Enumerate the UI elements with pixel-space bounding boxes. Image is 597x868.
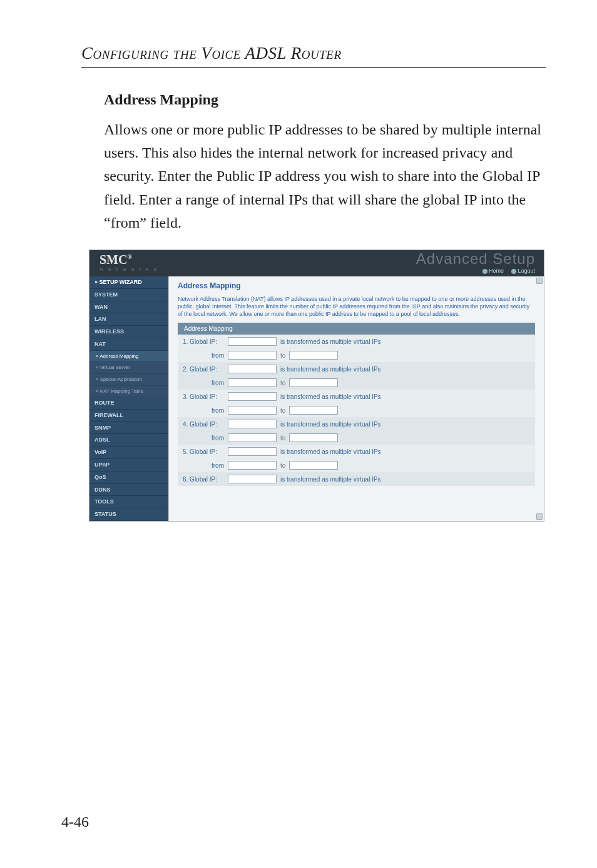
sidebar-item-address-mapping[interactable]: » Address Mapping xyxy=(89,351,168,363)
sidebar-item-lan[interactable]: LAN xyxy=(89,313,168,326)
global-ip-input-2[interactable] xyxy=(228,365,277,373)
sidebar-item-ddns[interactable]: DDNS xyxy=(89,484,168,497)
global-ip-label-3: 3. Global IP: xyxy=(183,393,224,400)
global-ip-input-6[interactable] xyxy=(228,475,277,483)
sidebar-item-route[interactable]: ROUTE xyxy=(89,397,168,410)
to-input-3[interactable] xyxy=(289,406,338,415)
from-label-5: from xyxy=(183,462,224,469)
global-ip-input-1[interactable] xyxy=(228,337,277,346)
to-label-5: to xyxy=(280,462,285,469)
transformed-label-5: is transformed as multiple virtual IPs xyxy=(280,448,381,455)
sidebar-item-status[interactable]: STATUS xyxy=(89,508,168,521)
sidebar-item-upnp[interactable]: UPnP xyxy=(89,459,168,472)
mapping-block-4: 4. Global IP: is transformed as multiple… xyxy=(178,417,535,445)
from-label-1: from xyxy=(183,352,224,359)
sidebar-item-wan[interactable]: WAN xyxy=(89,301,168,314)
chapter-title-text: Configuring the Voice ADSL Router xyxy=(81,44,342,63)
sidebar-item-wireless[interactable]: WIRELESS xyxy=(89,326,168,338)
from-input-1[interactable] xyxy=(228,351,277,360)
from-input-4[interactable] xyxy=(228,433,277,442)
mapping-block-1: 1. Global IP: is transformed as multiple… xyxy=(178,335,535,362)
sidebar-item-qos[interactable]: QoS xyxy=(89,472,168,484)
global-ip-label-5: 5. Global IP: xyxy=(183,448,224,455)
sidebar-item-system[interactable]: SYSTEM xyxy=(89,289,168,301)
sidebar-item-snmp[interactable]: SNMP xyxy=(89,422,168,435)
global-ip-input-5[interactable] xyxy=(228,447,277,456)
sidebar-item-nat-mapping-table[interactable]: » NAT Mapping Table xyxy=(89,386,168,398)
global-ip-input-4[interactable] xyxy=(228,420,277,428)
body-paragraph: Allows one or more public IP addresses t… xyxy=(81,118,546,235)
logout-icon xyxy=(511,269,516,274)
chapter-rule xyxy=(81,67,546,68)
home-link[interactable]: Home xyxy=(489,268,504,274)
global-ip-label-6: 6. Global IP: xyxy=(183,476,224,483)
sidebar-item-virtual-server[interactable]: » Virtual Server xyxy=(89,362,168,374)
sidebar-item-firewall[interactable]: FIREWALL xyxy=(89,410,168,422)
global-ip-input-3[interactable] xyxy=(228,392,277,401)
sidebar-item-voip[interactable]: VoIP xyxy=(89,447,168,459)
mapping-block-2: 2. Global IP: is transformed as multiple… xyxy=(178,362,535,390)
sidebar-item-tools[interactable]: TOOLS xyxy=(89,496,168,508)
sidebar-item-nat[interactable]: NAT xyxy=(89,338,168,351)
transformed-label-1: is transformed as multiple virtual IPs xyxy=(280,338,381,345)
panel-description: Network Address Translation (NAT) allows… xyxy=(178,295,535,318)
from-input-3[interactable] xyxy=(228,406,277,415)
transformed-label-3: is transformed as multiple virtual IPs xyxy=(280,393,381,400)
global-ip-label-4: 4. Global IP: xyxy=(183,421,224,428)
mapping-block-5: 5. Global IP: is transformed as multiple… xyxy=(178,445,535,472)
to-input-5[interactable] xyxy=(289,461,338,470)
to-label-3: to xyxy=(280,407,285,414)
to-input-2[interactable] xyxy=(289,378,338,387)
transformed-label-4: is transformed as multiple virtual IPs xyxy=(280,421,381,428)
from-label-4: from xyxy=(183,435,224,442)
from-input-2[interactable] xyxy=(228,378,277,387)
home-icon xyxy=(482,269,487,274)
section-heading: Address Mapping xyxy=(81,91,546,108)
from-label-2: from xyxy=(183,380,224,386)
to-label-2: to xyxy=(280,380,285,386)
router-admin-screenshot: SMC® N e t w o r k s Advanced Setup Home… xyxy=(89,250,544,522)
global-ip-label-1: 1. Global IP: xyxy=(183,338,224,345)
from-label-3: from xyxy=(183,407,224,414)
sidebar-item-special-application[interactable]: » Special Application xyxy=(89,374,168,386)
mapping-block-6: 6. Global IP: is transformed as multiple… xyxy=(178,472,535,486)
scroll-up-icon[interactable] xyxy=(536,278,543,284)
to-input-4[interactable] xyxy=(289,433,338,442)
to-label-4: to xyxy=(280,435,285,442)
page-number: 4-46 xyxy=(61,814,89,830)
chapter-title: Configuring the Voice ADSL Router xyxy=(81,44,546,63)
content-panel: Address Mapping Network Address Translat… xyxy=(168,276,544,521)
brand-subtext: N e t w o r k s xyxy=(100,266,158,272)
sidebar-item-adsl[interactable]: ADSL xyxy=(89,434,168,447)
global-ip-label-2: 2. Global IP: xyxy=(183,366,224,373)
header-links: Home Logout xyxy=(476,268,535,274)
transformed-label-6: is transformed as multiple virtual IPs xyxy=(280,476,381,483)
panel-title: Address Mapping xyxy=(178,281,535,290)
logout-link[interactable]: Logout xyxy=(518,268,535,274)
brand-text: SMC xyxy=(100,253,127,266)
sidebar: » SETUP WIZARD SYSTEM WAN LAN WIRELESS N… xyxy=(89,276,168,521)
shot-header: SMC® N e t w o r k s Advanced Setup Home… xyxy=(89,250,544,276)
transformed-label-2: is transformed as multiple virtual IPs xyxy=(280,366,381,373)
to-label-1: to xyxy=(280,352,285,359)
mapping-block-3: 3. Global IP: is transformed as multiple… xyxy=(178,390,535,417)
brand-registered: ® xyxy=(127,253,131,260)
panel-subheader: Address Mapping xyxy=(178,323,535,335)
brand-logo: SMC® xyxy=(100,253,132,267)
to-input-1[interactable] xyxy=(289,351,338,360)
from-input-5[interactable] xyxy=(228,461,277,470)
scroll-down-icon[interactable] xyxy=(536,513,543,520)
sidebar-item-setup-wizard[interactable]: » SETUP WIZARD xyxy=(89,276,168,289)
header-big-title: Advanced Setup xyxy=(416,250,535,268)
